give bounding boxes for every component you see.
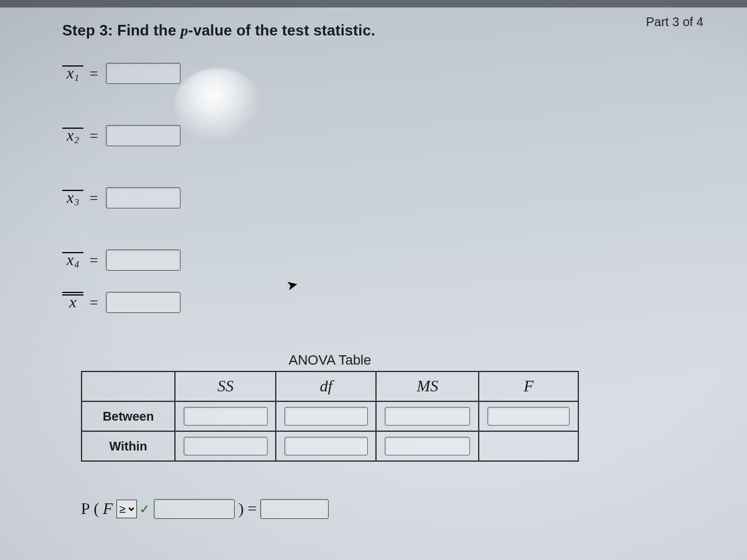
xbar3-input[interactable] [106,187,181,208]
grand-mean-input[interactable] [106,292,181,313]
F-letter: F [103,500,113,518]
x-symbol: x [69,293,77,311]
window-top-border [0,0,747,7]
sample-means-section: x1 = x2 = x3 = x4 = [62,61,722,315]
col-f: F [479,371,578,401]
equals-sign: = [90,252,98,269]
anova-section: ANOVA Table SS df MS F Between Within [81,352,722,519]
open-paren: ( [93,500,99,518]
anova-within-row: Within [82,431,578,461]
anova-table: SS df MS F Between Within [81,371,579,462]
within-ss-input[interactable] [184,437,268,455]
step-title-suffix: -value of the test statistic. [188,22,375,39]
subscript: 4 [75,259,80,269]
anova-header-row: SS df MS F [82,371,578,401]
between-f-input[interactable] [487,407,570,426]
x-symbol: x [67,251,74,269]
xbar2-input[interactable] [106,125,181,146]
grand-mean-label: x [62,293,83,312]
f-threshold-input[interactable] [154,499,235,519]
mean-row-1: x1 = [62,61,722,86]
equals-sign: = [90,190,98,207]
xbar4-label: x4 [62,251,83,270]
xbar1-label: x1 [62,64,83,83]
p-variable: p [181,22,188,39]
equals-sign: = [248,500,257,518]
P-letter: P [81,500,90,518]
col-df: df [276,371,376,401]
question-body: Step 3: Find the p-value of the test sta… [62,22,722,519]
equals-sign: = [90,128,98,144]
x-symbol: x [67,126,74,144]
step-title-prefix: Step 3: Find the [62,22,181,39]
x-symbol: x [67,64,74,82]
close-paren: ) [238,500,244,518]
subscript: 3 [75,197,80,207]
p-value-input[interactable] [260,499,329,519]
anova-corner-cell [82,371,175,401]
col-ss: SS [175,371,276,401]
equals-sign: = [90,294,98,311]
between-ms-input[interactable] [385,407,470,426]
row-label-between: Between [82,401,175,431]
x-symbol: x [67,189,74,207]
comparison-operator-select[interactable]: ≥≤><= [116,500,137,518]
col-ms: MS [376,371,479,401]
between-ss-input[interactable] [184,407,268,426]
between-df-input[interactable] [284,407,367,426]
check-icon: ✓ [139,502,150,516]
xbar2-label: x2 [62,126,83,146]
probability-expression: P(F ≥≤><= ✓ ) = [81,499,722,519]
xbar1-input[interactable] [106,63,181,84]
anova-between-row: Between [82,401,578,431]
within-df-input[interactable] [284,437,367,455]
anova-title: ANOVA Table [81,352,579,368]
mean-row-4: x4 = [62,248,722,273]
step-title: Step 3: Find the p-value of the test sta… [62,22,722,39]
equals-sign: = [90,65,98,82]
xbar3-label: x3 [62,189,83,208]
subscript: 2 [75,135,80,145]
mean-row-2: x2 = [62,123,722,148]
row-label-within: Within [82,431,175,461]
mean-row-3: x3 = [62,185,722,210]
grand-mean-row: x = [62,290,722,315]
within-f-empty [479,431,578,461]
xbar4-input[interactable] [106,250,181,271]
within-ms-input[interactable] [385,437,470,455]
subscript: 1 [75,73,80,83]
